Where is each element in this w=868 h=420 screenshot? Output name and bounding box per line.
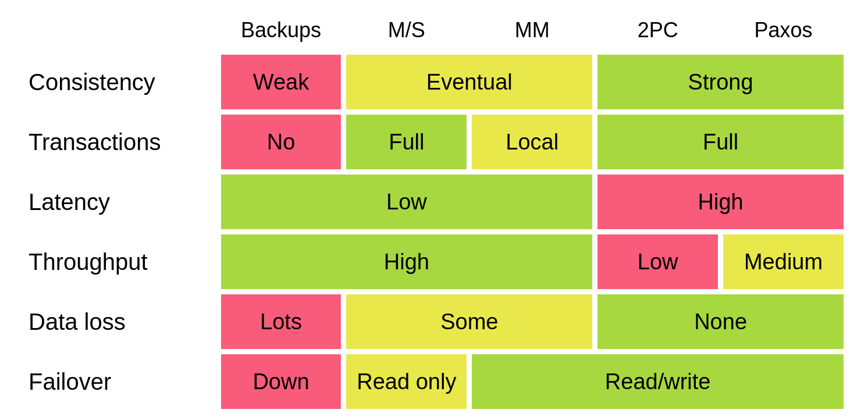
header-ms: M/S xyxy=(344,9,468,51)
table-row: ConsistencyWeakEventualStrong xyxy=(23,53,845,111)
cell-3-0: High xyxy=(219,233,595,291)
row-label-latency: Latency xyxy=(23,173,218,231)
table-row: ThroughputHighLowMedium xyxy=(23,233,845,291)
header-2pc: 2PC xyxy=(596,9,720,51)
header-backups: Backups xyxy=(219,9,343,51)
cell-4-2: None xyxy=(596,293,845,351)
cell-1-1: Full xyxy=(344,113,468,171)
cell-0-0: Weak xyxy=(219,53,343,111)
table-row: LatencyLowHigh xyxy=(23,173,845,231)
table-row: FailoverDownRead onlyRead/write xyxy=(23,353,845,411)
cell-1-0: No xyxy=(219,113,343,171)
cell-5-2: Read/write xyxy=(470,353,845,411)
cell-1-2: Local xyxy=(470,113,594,171)
cell-3-2: Medium xyxy=(721,233,845,291)
row-label-consistency: Consistency xyxy=(23,53,218,111)
header-row: Backups M/S MM 2PC Paxos xyxy=(23,9,845,51)
header-paxos: Paxos xyxy=(721,9,845,51)
comparison-table: Backups M/S MM 2PC Paxos ConsistencyWeak… xyxy=(9,2,859,418)
cell-3-1: Low xyxy=(596,233,720,291)
row-label-failover: Failover xyxy=(23,353,218,411)
table-row: TransactionsNoFullLocalFull xyxy=(23,113,845,171)
cell-2-1: High xyxy=(596,173,845,231)
cell-4-0: Lots xyxy=(219,293,343,351)
cell-5-1: Read only xyxy=(344,353,468,411)
header-empty xyxy=(23,9,218,51)
cell-5-0: Down xyxy=(219,353,343,411)
cell-0-1: Eventual xyxy=(344,53,594,111)
cell-2-0: Low xyxy=(219,173,595,231)
table-row: Data lossLotsSomeNone xyxy=(23,293,845,351)
cell-1-3: Full xyxy=(596,113,845,171)
header-mm: MM xyxy=(470,9,594,51)
row-label-data-loss: Data loss xyxy=(23,293,218,351)
row-label-transactions: Transactions xyxy=(23,113,218,171)
cell-4-1: Some xyxy=(344,293,594,351)
cell-0-2: Strong xyxy=(596,53,845,111)
row-label-throughput: Throughput xyxy=(23,233,218,291)
